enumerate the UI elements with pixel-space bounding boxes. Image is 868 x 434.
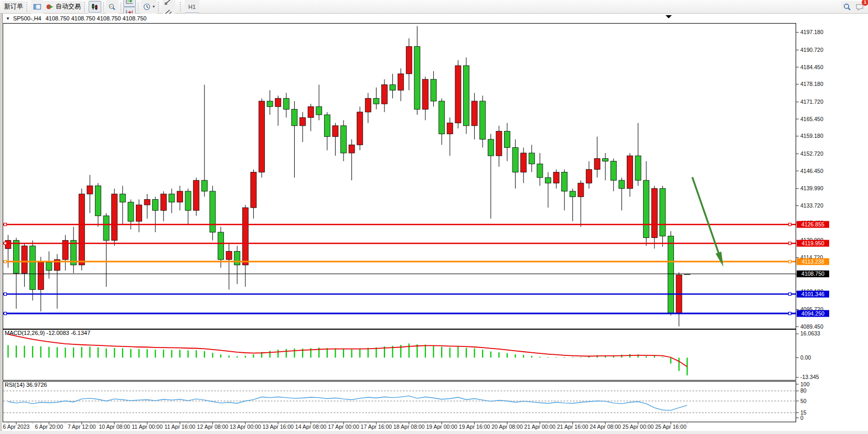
- price-tick-label: 4152.720: [800, 150, 823, 157]
- candle: [194, 178, 199, 216]
- hline-handle[interactable]: [4, 223, 7, 226]
- hline-handle[interactable]: [4, 242, 7, 245]
- price-badge-label: 4113.238: [801, 258, 824, 265]
- rsi-scale-label: 100: [800, 381, 810, 387]
- hline-handle[interactable]: [4, 293, 7, 296]
- time-tick-label: 12 Apr 08:00: [197, 424, 229, 430]
- price-tick-label: 4178.180: [800, 81, 823, 87]
- candle: [210, 186, 216, 240]
- rsi-scale-label: 0: [800, 415, 803, 421]
- rsi-indicator-label: RSI(14) 36.9726: [5, 382, 47, 388]
- time-tick-label: 13 Apr 16:00: [262, 424, 294, 430]
- price-badge-label: 4119.950: [801, 240, 824, 246]
- time-tick-label: 18 Apr 08:00: [393, 424, 425, 430]
- hline-handle[interactable]: [789, 312, 791, 315]
- time-tick-label: 10 Apr 08:00: [99, 424, 130, 430]
- rsi-scale-label: 50: [800, 398, 807, 404]
- time-tick-label: 17 Apr 16:00: [361, 424, 392, 430]
- series-end-marker-icon: [666, 15, 672, 18]
- macd-indicator-label: MACD(12,26,9) -12.0083 -6.1347: [5, 330, 90, 336]
- time-tick-label: 7 Apr 12:00: [68, 424, 96, 430]
- price-badge-label: 4094.250: [801, 310, 824, 317]
- time-tick-label: 13 Apr 00:00: [230, 424, 261, 430]
- price-badge-label: 4101.346: [801, 291, 824, 297]
- price-tick-label: 4139.990: [800, 185, 823, 191]
- price-tick-label: 4190.720: [800, 47, 823, 53]
- price-tick-label: 4165.450: [800, 116, 823, 122]
- macd-scale-label: -13.345: [800, 374, 819, 380]
- time-tick-label: 11 Apr 00:00: [132, 424, 163, 430]
- time-tick-label: 6 Apr 20:00: [35, 424, 63, 430]
- price-tick-label: 4159.180: [800, 133, 823, 139]
- hline-handle[interactable]: [789, 242, 791, 245]
- time-tick-label: 25 Apr 16:00: [655, 424, 687, 430]
- candle: [464, 58, 469, 134]
- time-tick-label: 17 Apr 00:00: [328, 424, 359, 430]
- price-tick-label: 4184.450: [800, 64, 823, 70]
- time-tick-label: 14 Apr 08:00: [295, 424, 327, 430]
- candle: [79, 189, 84, 270]
- macd-scale-label: 0.00: [800, 354, 811, 361]
- time-tick-label: 20 Apr 08:00: [491, 424, 523, 430]
- hline-handle[interactable]: [4, 261, 7, 263]
- price-tick-label: 4089.450: [800, 323, 823, 330]
- time-tick-label: 19 Apr 16:00: [459, 424, 490, 430]
- time-tick-label: 11 Apr 16:00: [165, 424, 196, 430]
- window-bottom-edge: [0, 431, 868, 434]
- time-tick-label: 24 Apr 08:00: [590, 424, 621, 430]
- hline-handle[interactable]: [789, 223, 791, 226]
- price-tick-label: 4146.450: [800, 168, 823, 174]
- time-tick-label: 6 Apr 2023: [3, 424, 30, 430]
- price-tick-label: 4197.180: [800, 29, 823, 35]
- time-tick-label: 25 Apr 00:00: [623, 424, 654, 430]
- candle: [259, 99, 265, 178]
- time-tick-label: 21 Apr 16:00: [557, 424, 588, 430]
- hline-handle[interactable]: [789, 293, 791, 296]
- price-tick-label: 4133.720: [800, 202, 823, 209]
- hline-handle[interactable]: [4, 312, 7, 315]
- candle: [112, 189, 117, 246]
- candle: [455, 60, 461, 128]
- rsi-scale-label: 80: [800, 387, 807, 394]
- time-axis[interactable]: 6 Apr 20236 Apr 20:007 Apr 12:0010 Apr 0…: [3, 422, 688, 430]
- candle: [357, 106, 363, 150]
- price-badge-label: 4108.750: [801, 270, 824, 277]
- price-badge-label: 4126.855: [801, 221, 824, 227]
- price-tick-label: 4171.720: [800, 99, 823, 105]
- hline-handle[interactable]: [789, 261, 791, 263]
- price-chart[interactable]: 4197.1804190.7204184.4504178.1804171.720…: [0, 0, 868, 434]
- time-tick-label: 19 Apr 00:00: [426, 424, 457, 430]
- macd-scale-label: 16.0633: [800, 330, 820, 337]
- time-tick-label: 21 Apr 00:00: [524, 424, 556, 430]
